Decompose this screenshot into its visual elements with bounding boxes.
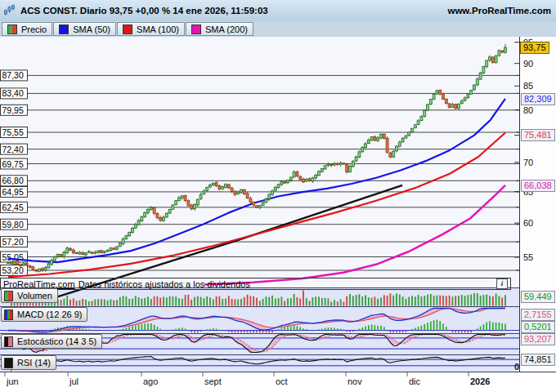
svg-text:jun: jun (6, 376, 19, 386)
chart-title: ACS CONST. Diario 93,75 +0,00 % 14 ene 2… (20, 6, 268, 16)
rsi-zero-label: 0 (514, 362, 519, 372)
rsi-icon (4, 358, 13, 368)
svg-text:jul: jul (69, 376, 78, 386)
macd-signal-value-badge: 0,5201 (521, 321, 555, 333)
svg-text:90: 90 (523, 59, 533, 69)
stochastic-icon (4, 336, 13, 347)
volume-icon (4, 291, 13, 301)
legend-item-sma50[interactable]: SMA (50) (53, 22, 116, 36)
svg-text:83,40: 83,40 (2, 88, 24, 98)
stochastic-value-badge: 93,207 (521, 333, 555, 345)
svg-text:55: 55 (523, 252, 533, 262)
rsi-value-badge: 74,851 (521, 354, 555, 366)
svg-text:57,20: 57,20 (2, 237, 24, 247)
svg-text:nov: nov (348, 376, 362, 386)
svg-text:59,80: 59,80 (2, 220, 24, 229)
info-icon[interactable]: i (496, 278, 508, 289)
trading-app-window: 87,3083,4079,9575,5572,4069,7566,8064,95… (0, 0, 556, 392)
svg-text:ago: ago (143, 376, 158, 386)
svg-text:60: 60 (523, 218, 533, 228)
volume-panel-label[interactable]: Volumen (1, 288, 58, 303)
svg-text:72,40: 72,40 (2, 145, 24, 154)
svg-text:80: 80 (523, 105, 533, 115)
sma200-swatch-icon (191, 24, 201, 34)
svg-text:sept: sept (204, 376, 222, 386)
svg-text:64,95: 64,95 (2, 187, 24, 197)
legend-item-precio[interactable]: Precio (2, 22, 52, 36)
legend-item-sma200[interactable]: SMA (200) (186, 22, 253, 36)
sma50-swatch-icon (59, 24, 69, 34)
sma50-value-badge: 82,309 (521, 93, 555, 105)
svg-text:69,75: 69,75 (2, 159, 24, 169)
sma200-value-badge: 66,038 (521, 180, 555, 192)
svg-text:62,45: 62,45 (2, 203, 24, 212)
macd-value-badge: 2,7155 (521, 309, 555, 321)
svg-text:oct: oct (276, 376, 288, 386)
last-price-badge: 93,75 (520, 42, 549, 54)
prorealtime-link[interactable]: ProRealTime.com (3, 279, 75, 289)
stochastic-panel-label[interactable]: Estocástico (14 3 5) (1, 334, 102, 349)
legend-item-sma100[interactable]: SMA (100) (117, 22, 185, 36)
price-swatch-icon (7, 24, 17, 34)
rsi-panel-label[interactable]: RSI (14) (1, 355, 56, 370)
svg-text:79,95: 79,95 (2, 105, 24, 115)
sma100-value-badge: 75,481 (521, 129, 555, 141)
macd-panel-label[interactable]: MACD (12 26 9) (1, 307, 87, 322)
svg-text:70: 70 (523, 158, 533, 167)
svg-text:2026: 2026 (470, 376, 490, 386)
sma100-swatch-icon (123, 24, 132, 34)
title-bar: ACS CONST. Diario 93,75 +0,00 % 14 ene 2… (0, 0, 556, 22)
svg-text:85: 85 (523, 81, 533, 91)
svg-text:dic: dic (409, 376, 421, 386)
price-legend-bar: Precio SMA (50) SMA (100) SMA (200) (0, 21, 556, 37)
volume-value-badge: 59.449 (521, 291, 555, 303)
svg-text:75,55: 75,55 (2, 127, 24, 137)
data-source-note: ProRealTime.com Datos históricos ajustad… (0, 278, 511, 290)
website-link[interactable]: www.ProRealTime.com (447, 6, 551, 16)
svg-text:66,80: 66,80 (2, 176, 24, 185)
macd-icon (4, 310, 13, 320)
chart-canvas[interactable]: 87,3083,4079,9575,5572,4069,7566,8064,95… (0, 0, 556, 392)
dividend-adjust-note: Datos históricos ajustados a los dividen… (78, 279, 250, 289)
svg-text:87,30: 87,30 (2, 70, 24, 80)
prorealtime-logo-icon (3, 4, 16, 17)
